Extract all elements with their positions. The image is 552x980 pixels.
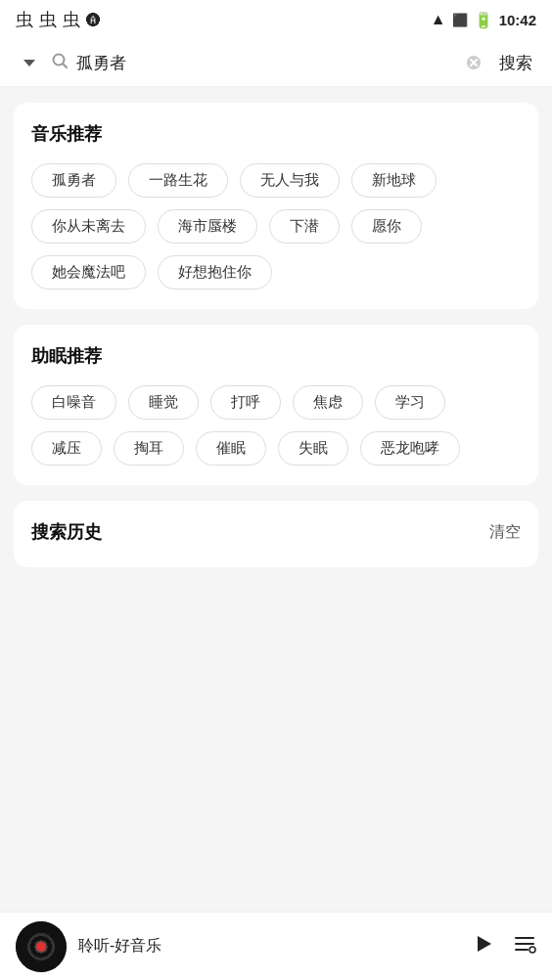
search-input[interactable] <box>76 53 452 72</box>
vinyl-center <box>36 942 46 952</box>
player-controls <box>472 932 536 961</box>
history-title: 搜索历史 <box>31 520 102 544</box>
music-tags-grid: 孤勇者 一路生花 无人与我 新地球 你从未离去 海市蜃楼 下潜 愿你 她会魔法吧… <box>31 163 521 290</box>
music-tag[interactable]: 海市蜃楼 <box>158 209 257 244</box>
chevron-down-icon <box>21 54 38 71</box>
sleep-tag[interactable]: 打呼 <box>210 385 281 420</box>
app-icon-4: 🅐 <box>86 12 101 28</box>
battery-icon: 🔋 <box>474 11 493 29</box>
search-dropdown-button[interactable] <box>16 49 43 76</box>
search-icon <box>51 52 69 74</box>
app-icon-2: 虫 <box>39 8 57 31</box>
status-icons: 虫 虫 虫 🅐 <box>16 8 101 31</box>
playlist-button[interactable] <box>513 932 536 961</box>
music-tag[interactable]: 愿你 <box>351 209 422 244</box>
music-tag[interactable]: 孤勇者 <box>31 163 116 198</box>
sleep-recommendations-section: 助眠推荐 白噪音 睡觉 打呼 焦虑 学习 减压 掏耳 催眠 失眠 恶龙咆哮 <box>14 325 538 485</box>
signal-icon: ⬛ <box>452 13 468 27</box>
sleep-tag[interactable]: 学习 <box>375 385 445 420</box>
music-recommendations-section: 音乐推荐 孤勇者 一路生花 无人与我 新地球 你从未离去 海市蜃楼 下潜 愿你 … <box>14 103 538 309</box>
svg-marker-6 <box>478 936 491 952</box>
sleep-tag[interactable]: 掏耳 <box>114 431 184 466</box>
clock: 10:42 <box>499 12 536 28</box>
status-bar: 虫 虫 虫 🅐 ▲ ⬛ 🔋 10:42 <box>0 0 552 39</box>
app-icon-1: 虫 <box>16 8 33 31</box>
svg-point-10 <box>529 947 535 953</box>
play-button[interactable] <box>472 932 495 961</box>
status-right: ▲ ⬛ 🔋 10:42 <box>431 11 536 29</box>
app-icon-3: 虫 <box>63 8 80 31</box>
main-content: 音乐推荐 孤勇者 一路生花 无人与我 新地球 你从未离去 海市蜃楼 下潜 愿你 … <box>0 87 552 583</box>
sleep-tag[interactable]: 恶龙咆哮 <box>360 431 460 466</box>
player-title: 聆听-好音乐 <box>78 936 460 957</box>
music-tag[interactable]: 无人与我 <box>240 163 340 198</box>
music-section-title: 音乐推荐 <box>31 122 521 146</box>
sleep-tag[interactable]: 焦虑 <box>293 385 363 420</box>
sleep-tag[interactable]: 催眠 <box>196 431 266 466</box>
clear-history-button[interactable]: 清空 <box>489 522 521 543</box>
history-header: 搜索历史 清空 <box>31 520 521 544</box>
wifi-icon: ▲ <box>431 11 446 28</box>
sleep-tag[interactable]: 白噪音 <box>31 385 116 420</box>
search-history-section: 搜索历史 清空 <box>14 501 538 567</box>
music-tag[interactable]: 一路生花 <box>128 163 228 198</box>
player-bar: 聆听-好音乐 <box>0 912 552 980</box>
sleep-tag[interactable]: 失眠 <box>278 431 348 466</box>
search-clear-button[interactable] <box>460 49 487 76</box>
search-button[interactable]: 搜索 <box>495 52 536 74</box>
music-tag[interactable]: 她会魔法吧 <box>31 255 146 290</box>
music-tag[interactable]: 你从未离去 <box>31 209 146 244</box>
sleep-tags-grid: 白噪音 睡觉 打呼 焦虑 学习 减压 掏耳 催眠 失眠 恶龙咆哮 <box>31 385 521 466</box>
svg-marker-0 <box>23 60 35 67</box>
sleep-tag[interactable]: 减压 <box>31 431 102 466</box>
svg-line-2 <box>64 64 68 67</box>
search-bar: 搜索 <box>0 39 552 87</box>
sleep-section-title: 助眠推荐 <box>31 344 521 368</box>
sleep-tag[interactable]: 睡觉 <box>128 385 199 420</box>
player-thumbnail[interactable] <box>16 921 67 972</box>
music-tag[interactable]: 好想抱住你 <box>158 255 272 290</box>
music-tag[interactable]: 下潜 <box>269 209 340 244</box>
vinyl-record <box>16 921 67 972</box>
music-tag[interactable]: 新地球 <box>351 163 437 198</box>
